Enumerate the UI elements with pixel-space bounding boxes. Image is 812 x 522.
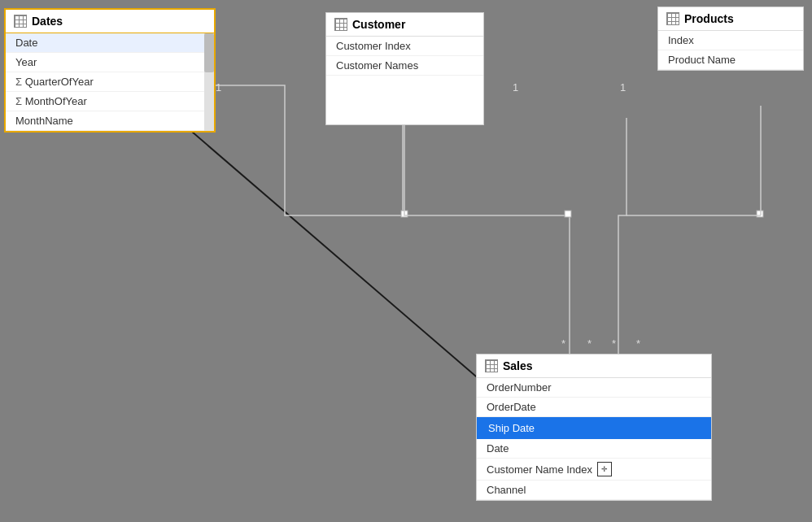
products-grid-icon [666,12,679,25]
dates-monthname-field: MonthName [15,115,73,127]
sales-channel-row[interactable]: Channel [477,481,711,500]
sales-title: Sales [503,359,533,372]
products-card: Products Index Product Name [657,7,804,71]
relation-label-star-4: * [636,337,640,350]
relation-label-star-2: * [587,337,592,350]
sales-orderdate-row[interactable]: OrderDate [477,398,711,417]
dates-year-field: Year [15,56,37,68]
sales-date-field: Date [487,442,509,455]
customer-names-field: Customer Names [336,59,418,72]
customer-header: Customer [326,13,483,37]
dates-quarterofyear-row[interactable]: QuarterOfYear [6,72,214,92]
relation-label-1-customer-left: 1 [513,81,518,94]
sales-customernameindex-row[interactable]: Customer Name Index ✛ [477,459,711,481]
dates-date-field: Date [15,37,37,49]
customer-index-row[interactable]: Customer Index [326,37,483,56]
svg-rect-2 [565,211,571,217]
sales-ordernumber-field: OrderNumber [487,381,551,394]
dates-date-row[interactable]: Date [6,33,214,53]
products-header: Products [658,7,803,31]
sales-shipdate-field: Ship Date [488,422,535,434]
relation-label-1-dates: 1 [216,81,221,94]
customer-index-field: Customer Index [336,40,411,52]
customer-grid-icon [334,18,347,31]
dates-quarterofyear-field: QuarterOfYear [25,76,94,88]
customer-card: Customer Customer Index Customer Names [325,12,484,125]
sales-body: OrderNumber OrderDate Ship Date Date Cus… [477,378,711,500]
dates-title: Dates [32,15,63,28]
products-name-field: Product Name [668,54,736,66]
sales-shipdate-row[interactable]: Ship Date [477,417,711,439]
customer-title: Customer [352,18,405,31]
svg-rect-1 [401,211,408,217]
dates-header: Dates [6,10,214,33]
sales-ordernumber-row[interactable]: OrderNumber [477,378,711,398]
customer-empty-space [326,76,483,124]
sales-grid-icon [485,359,498,372]
customer-body: Customer Index Customer Names [326,37,483,124]
products-body: Index Product Name [658,31,803,70]
sales-channel-field: Channel [487,484,526,496]
dates-grid-icon [14,15,27,28]
sales-card: Sales OrderNumber OrderDate Ship Date Da… [476,354,712,501]
relation-label-star-3: * [612,337,616,350]
relation-label-star-1: * [561,337,565,350]
sales-orderdate-field: OrderDate [487,401,536,413]
sales-date-row[interactable]: Date [477,439,711,459]
dates-card: Dates Date Year QuarterOfYear MonthOfYea… [4,8,216,133]
dates-year-row[interactable]: Year [6,53,214,72]
dates-monthname-row[interactable]: MonthName [6,111,214,131]
sales-header: Sales [477,355,711,378]
sales-customernameindex-field: Customer Name Index [487,463,592,476]
customer-names-row[interactable]: Customer Names [326,56,483,76]
dates-scrollbar-thumb [204,33,214,72]
products-index-field: Index [668,34,694,46]
dates-scrollbar[interactable] [204,33,214,131]
products-name-row[interactable]: Product Name [658,50,803,70]
drag-cursor-icon: ✛ [597,462,612,476]
relation-label-1-customer-right: 1 [620,81,626,94]
svg-rect-3 [757,211,763,217]
products-title: Products [684,12,734,25]
products-index-row[interactable]: Index [658,31,803,50]
dates-monthofyear-row[interactable]: MonthOfYear [6,92,214,111]
dates-monthofyear-field: MonthOfYear [25,95,87,107]
